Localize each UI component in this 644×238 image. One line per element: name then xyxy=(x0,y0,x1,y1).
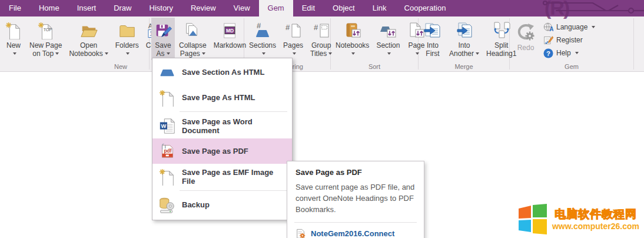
svg-text:#: # xyxy=(257,21,261,30)
save-as-button[interactable]: Save As xyxy=(151,18,175,60)
register-icon xyxy=(543,35,553,45)
button-label: New xyxy=(6,41,21,49)
merge-into-another-icon xyxy=(455,20,474,41)
tab-history[interactable]: History xyxy=(141,0,182,16)
watermark-url: www.computer26.com xyxy=(552,222,639,232)
notegem-connect-link[interactable]: NoteGem2016.Connect xyxy=(296,229,416,238)
tooltip-divider xyxy=(294,222,417,223)
split-heading-icon xyxy=(492,20,511,41)
collapse-pages-button[interactable]: Collapse Pages xyxy=(176,18,210,60)
svg-text:#: # xyxy=(314,23,318,32)
group-titles-icon: # xyxy=(312,20,331,41)
collapse-pages-icon xyxy=(184,20,201,41)
svg-text:MD: MD xyxy=(226,28,234,34)
word-document-icon: W xyxy=(157,117,177,135)
ribbon-group-new: New TOP New Page on Top xyxy=(0,16,149,71)
site-watermark: 电脑软件教程网 www.computer26.com xyxy=(516,203,639,236)
sections-numbering-button[interactable]: # Sections xyxy=(246,18,279,60)
svg-text:A: A xyxy=(549,26,553,32)
pages-number-icon: # xyxy=(284,20,303,41)
chevron-down-icon xyxy=(387,52,391,55)
register-button[interactable]: Register xyxy=(540,34,598,47)
group-label-new: New xyxy=(88,63,153,70)
watermark-title: 电脑软件教程网 xyxy=(555,208,637,222)
menu-item-save-section-as-html[interactable]: Save Section As HTML xyxy=(152,60,292,85)
tab-gem[interactable]: Gem xyxy=(259,0,293,16)
chevron-down-icon xyxy=(105,52,108,55)
sort-section-button[interactable]: Section xyxy=(373,18,403,60)
language-button[interactable]: A Language xyxy=(540,21,598,34)
pages-numbering-button[interactable]: # Pages xyxy=(280,18,306,60)
menu-item-save-page-as-emf[interactable]: Save Page as EMF Image File xyxy=(152,164,292,189)
tooltip-save-page-as-pdf: Save Page as PDF Save current page as PD… xyxy=(287,161,424,238)
chevron-down-icon xyxy=(293,52,296,55)
group-label-merge: Merge xyxy=(419,63,509,70)
sort-notebooks-icon xyxy=(343,20,362,41)
pdf-file-icon: pdf xyxy=(157,143,177,160)
chevron-down-icon xyxy=(167,52,170,55)
svg-text:pdf: pdf xyxy=(164,147,171,153)
menu-item-save-page-as-pdf[interactable]: pdf Save Page as PDF xyxy=(152,138,292,164)
svg-text:#: # xyxy=(286,23,290,32)
merge-into-first-icon xyxy=(423,20,442,41)
ribbon: New TOP New Page on Top xyxy=(0,16,644,72)
sections-number-icon: # xyxy=(253,20,272,41)
menu-item-backup[interactable]: Backup xyxy=(152,192,292,217)
connect-gear-page-icon xyxy=(296,229,306,238)
help-button[interactable]: ? Help xyxy=(540,47,598,60)
help-icon: ? xyxy=(543,48,553,58)
menu-separator xyxy=(180,190,287,191)
merge-into-first-button[interactable]: Into First xyxy=(420,18,445,60)
open-notebooks-button[interactable]: Open Notebooks xyxy=(66,18,111,60)
open-folder-icon xyxy=(79,20,98,41)
windows-flag-icon xyxy=(516,203,548,236)
chevron-down-icon xyxy=(351,52,355,55)
gem-small-buttons: A Language Register ? Help xyxy=(540,18,598,60)
tab-object[interactable]: Object xyxy=(324,0,364,16)
new-button[interactable]: New xyxy=(2,18,25,60)
chevron-down-icon xyxy=(55,52,59,55)
new-page-top-icon: TOP xyxy=(37,20,55,41)
tab-view[interactable]: View xyxy=(225,0,259,16)
menu-item-save-page-as-html[interactable]: Save Page As HTML xyxy=(152,85,292,110)
tooltip-description: Save current page as PDF file, and conve… xyxy=(296,182,416,216)
tab-review[interactable]: Review xyxy=(182,0,225,16)
tab-home[interactable]: Home xyxy=(30,0,68,16)
chevron-down-icon xyxy=(592,26,595,28)
tab-insert[interactable]: Insert xyxy=(68,0,105,16)
chevron-down-icon xyxy=(575,52,579,54)
chevron-down-icon xyxy=(476,52,479,55)
ribbon-group-gem: Redo A Language Register xyxy=(510,16,633,71)
svg-text:TOP: TOP xyxy=(43,28,52,32)
titlebar: File Home Insert Draw History Review Vie… xyxy=(0,0,644,16)
menu-item-save-page-as-word[interactable]: W Save Page as Word Document xyxy=(152,113,292,138)
chevron-down-icon xyxy=(13,52,16,55)
merge-into-another-button[interactable]: Into Another xyxy=(446,18,482,60)
group-separator xyxy=(633,18,634,70)
sort-notebooks-button[interactable]: Notebooks xyxy=(333,18,372,60)
tab-file[interactable]: File xyxy=(0,0,30,16)
tab-cooperation[interactable]: Cooperation xyxy=(396,0,455,16)
ribbon-group-merge: Into First Into Another xyxy=(419,16,509,71)
chevron-down-icon xyxy=(202,52,205,55)
folder-icon xyxy=(118,20,137,41)
tab-link[interactable]: Link xyxy=(364,0,396,16)
markdown-icon: MD xyxy=(221,20,238,41)
folders-button[interactable]: Folders xyxy=(112,18,142,60)
backup-icon xyxy=(157,196,177,214)
group-label-gem: Gem xyxy=(510,63,633,70)
new-page-on-top-button[interactable]: TOP New Page on Top xyxy=(26,18,65,60)
sort-section-icon xyxy=(379,20,397,41)
redo-icon xyxy=(514,22,537,44)
new-page-icon xyxy=(5,20,22,41)
tab-edit[interactable]: Edit xyxy=(293,0,324,16)
new-page-icon xyxy=(157,89,177,107)
svg-text:?: ? xyxy=(546,49,550,57)
markdown-button[interactable]: MD Markdown xyxy=(211,18,249,60)
tab-draw[interactable]: Draw xyxy=(105,0,140,16)
save-as-menu: Save Section As HTML Save Page As HTML W xyxy=(152,58,293,220)
svg-text:W: W xyxy=(161,123,166,128)
chevron-down-icon xyxy=(262,52,265,55)
redo-button[interactable]: Redo xyxy=(512,18,540,60)
save-as-icon xyxy=(154,20,172,41)
